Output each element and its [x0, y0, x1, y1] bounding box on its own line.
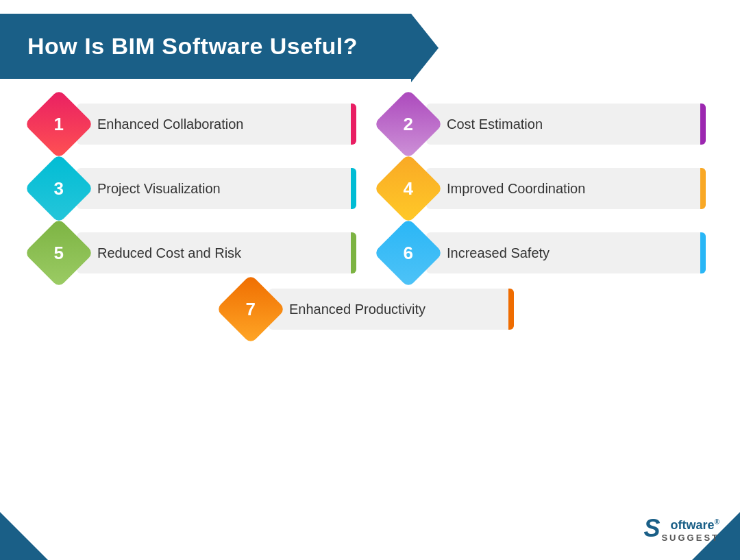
logo-software: oftware® — [661, 518, 719, 533]
diamond-number-5: 5 — [54, 243, 64, 264]
label-text-3: Project Visualization — [97, 181, 221, 197]
diamond-number-7: 7 — [246, 299, 256, 320]
diamond-number-6: 6 — [404, 243, 413, 264]
item-card-1: 1 Enhanced Collaboration — [34, 99, 356, 149]
item-card-4: 4 Improved Coordination — [384, 164, 706, 213]
label-bar-3: Project Visualization — [77, 168, 356, 209]
diamond-number-4: 4 — [404, 178, 413, 199]
diamond-3: 3 — [24, 154, 94, 223]
label-text-4: Improved Coordination — [447, 181, 585, 197]
diamond-number-2: 2 — [404, 114, 413, 135]
item-card-6: 6 Increased Safety — [384, 228, 706, 278]
diamond-4: 4 — [373, 154, 443, 223]
diamond-2: 2 — [373, 89, 443, 159]
diamond-number-1: 1 — [54, 114, 64, 135]
logo-line: S oftware® SUGGEST — [643, 514, 719, 543]
corner-decoration-left — [0, 512, 48, 560]
label-text-6: Increased Safety — [447, 245, 550, 261]
label-text-1: Enhanced Collaboration — [97, 117, 244, 132]
header-banner: How Is BIM Software Useful? — [0, 14, 411, 79]
label-text-7: Enhanced Productivity — [289, 302, 426, 317]
label-text-5: Reduced Cost and Risk — [97, 245, 241, 261]
page-title: How Is BIM Software Useful? — [27, 33, 384, 60]
logo-s-letter: S — [643, 514, 660, 543]
logo: S oftware® SUGGEST — [643, 514, 719, 543]
item-card-2: 2 Cost Estimation — [384, 99, 706, 149]
item-card-5: 5 Reduced Cost and Risk — [34, 228, 356, 278]
logo-text-block: oftware® SUGGEST — [661, 518, 719, 543]
diamond-6: 6 — [373, 218, 443, 288]
item-card-7: 7 Enhanced Productivity — [226, 284, 514, 334]
label-bar-6: Increased Safety — [426, 232, 706, 273]
bottom-item-container: 7 Enhanced Productivity — [34, 284, 706, 334]
label-bar-4: Improved Coordination — [426, 168, 706, 209]
label-bar-2: Cost Estimation — [426, 104, 706, 145]
label-bar-7: Enhanced Productivity — [269, 289, 514, 330]
items-grid: 1 Enhanced Collaboration 2 Cost Estimati… — [34, 99, 706, 278]
main-content: 1 Enhanced Collaboration 2 Cost Estimati… — [0, 79, 740, 348]
label-bar-5: Reduced Cost and Risk — [77, 232, 356, 273]
diamond-1: 1 — [24, 89, 94, 159]
item-card-3: 3 Project Visualization — [34, 164, 356, 213]
diamond-7: 7 — [216, 274, 286, 344]
diamond-number-3: 3 — [54, 178, 64, 199]
logo-suggest: SUGGEST — [661, 533, 719, 543]
diamond-5: 5 — [24, 218, 94, 288]
label-text-2: Cost Estimation — [447, 117, 543, 132]
label-bar-1: Enhanced Collaboration — [77, 104, 356, 145]
